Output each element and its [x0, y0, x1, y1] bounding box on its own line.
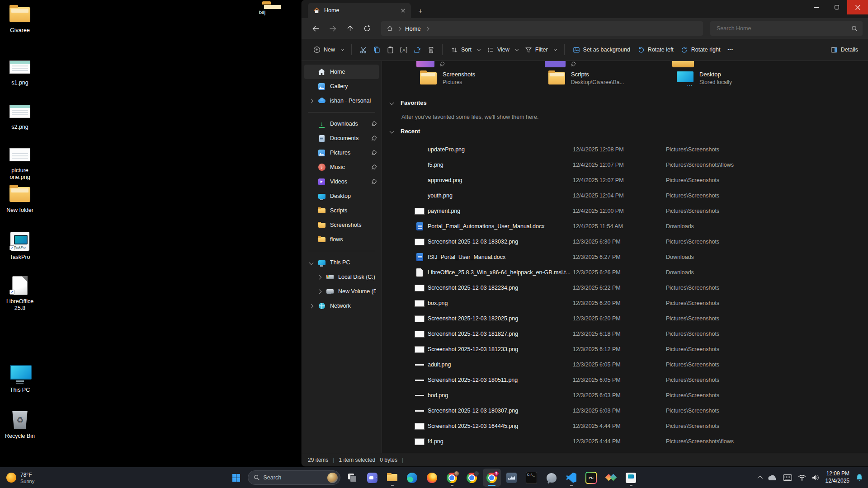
desktop-icon[interactable]: ↗ LibreOffice 25.8: [0, 276, 40, 312]
up-button[interactable]: [342, 22, 358, 35]
sidebar-item[interactable]: Gallery: [304, 79, 379, 94]
taskbar-search[interactable]: Search: [248, 470, 340, 485]
taskbar-app[interactable]: [562, 469, 580, 487]
weather-widget[interactable]: 78°F Sunny: [6, 472, 34, 484]
sidebar-item[interactable]: Local Disk (C:): [304, 270, 379, 284]
wifi-icon[interactable]: [798, 474, 806, 481]
taskbar-app[interactable]: [383, 469, 401, 487]
hidden-icons-chevron-icon[interactable]: [757, 476, 762, 481]
file-row[interactable]: Screenshot 2025-12-03 180307.png 12/3/20…: [382, 403, 868, 418]
file-row[interactable]: Screenshot 2025-12-03 164445.png 12/3/20…: [382, 418, 868, 434]
new-button[interactable]: New: [310, 43, 347, 56]
recent-section-header[interactable]: Recent: [390, 128, 420, 135]
back-button[interactable]: [308, 22, 323, 35]
share-button[interactable]: [410, 43, 424, 56]
desktop-icon[interactable]: picture one.png: [0, 145, 40, 181]
favorites-section-header[interactable]: Favorites: [390, 99, 427, 106]
more-options-button[interactable]: •••: [724, 45, 736, 55]
view-button[interactable]: View: [483, 44, 521, 56]
taskbar-app[interactable]: [463, 469, 481, 487]
file-row[interactable]: LibreOffice_25.8.3_Win_x86-64_helppack_e…: [382, 265, 868, 280]
desktop-icon[interactable]: s1.png: [0, 57, 40, 86]
file-row[interactable]: ISIJ_Portal_User_Manual.docx 12/3/2025 6…: [382, 249, 868, 265]
sidebar-item[interactable]: Videos: [304, 174, 379, 189]
tab-close-icon[interactable]: [399, 7, 406, 14]
taskbar-app[interactable]: [344, 469, 362, 487]
file-row[interactable]: Portal_Email_Automations_User_Manual.doc…: [382, 219, 868, 234]
rotate-left-button[interactable]: Rotate left: [634, 44, 677, 56]
volume-icon[interactable]: [812, 474, 820, 481]
sidebar-item[interactable]: This PC: [304, 255, 379, 270]
clock[interactable]: 12:09 PM 12/4/2025: [826, 470, 849, 484]
search-highlight-image[interactable]: [327, 473, 338, 483]
taskbar-app[interactable]: [622, 469, 640, 487]
sidebar-item[interactable]: Home: [304, 65, 379, 79]
taskbar-app[interactable]: [523, 469, 541, 487]
new-tab-button[interactable]: +: [415, 5, 426, 16]
sort-button[interactable]: Sort: [447, 44, 483, 56]
file-row[interactable]: approved.png 12/4/2025 12:07 PM Pictures…: [382, 173, 868, 188]
file-row[interactable]: box.png 12/3/2025 6:20 PM Pictures\Scree…: [382, 296, 868, 311]
taskbar-app[interactable]: [602, 469, 620, 487]
refresh-button[interactable]: [359, 22, 375, 35]
expand-chevron-icon[interactable]: [317, 289, 321, 294]
file-row[interactable]: Screenshot 2025-12-03 182234.png 12/3/20…: [382, 280, 868, 296]
copy-button[interactable]: [370, 43, 383, 56]
breadcrumb-root[interactable]: Home: [405, 25, 421, 32]
file-row[interactable]: Screenshot 2025-12-03 183032.png 12/3/20…: [382, 234, 868, 249]
details-button[interactable]: Details: [827, 44, 862, 56]
collapse-chevron-icon[interactable]: [390, 101, 394, 105]
quick-access-tile[interactable]: Scripts Desktop\Givaree\Ba...: [545, 69, 673, 87]
search-box[interactable]: [710, 21, 863, 36]
sidebar-item[interactable]: Scripts: [304, 203, 379, 218]
desktop-icon[interactable]: s2.png: [0, 101, 40, 131]
file-row[interactable]: payment.png 12/4/2025 12:00 PM Pictures\…: [382, 203, 868, 219]
cut-button[interactable]: [356, 43, 370, 56]
close-button[interactable]: [847, 0, 868, 14]
sidebar-item[interactable]: New Volume (D:): [304, 284, 379, 299]
taskbar-app[interactable]: S: [483, 469, 501, 487]
sidebar-item[interactable]: ishan - Personal: [304, 94, 379, 108]
file-row[interactable]: Screenshot 2025-12-03 180511.png 12/3/20…: [382, 372, 868, 388]
desktop-icon-isij[interactable]: isij: [246, 4, 278, 15]
taskbar-app[interactable]: [363, 469, 382, 487]
onedrive-icon[interactable]: [767, 474, 777, 481]
quick-access-tile[interactable]: Screenshots Pictures: [416, 69, 545, 87]
file-row[interactable]: adult.png 12/3/2025 6:05 PM Pictures\Scr…: [382, 357, 868, 372]
sidebar-item[interactable]: Screenshots: [304, 218, 379, 232]
file-row[interactable]: updatePro.png 12/4/2025 12:08 PM Picture…: [382, 142, 868, 157]
sidebar-item[interactable]: flows: [304, 232, 379, 247]
file-row[interactable]: youth.png 12/4/2025 12:04 PM Pictures\Sc…: [382, 188, 868, 203]
desktop-icon[interactable]: Recycle Bin: [0, 410, 40, 440]
taskbar-app[interactable]: [403, 469, 421, 487]
file-row[interactable]: bod.png 12/3/2025 6:03 PM Pictures\Scree…: [382, 388, 868, 403]
delete-button[interactable]: [424, 43, 438, 56]
file-row[interactable]: Screenshot 2025-12-03 181827.png 12/3/20…: [382, 326, 868, 342]
forward-button[interactable]: [325, 22, 340, 35]
expand-chevron-icon[interactable]: [317, 275, 321, 279]
rotate-right-button[interactable]: Rotate right: [677, 44, 724, 56]
desktop-icon[interactable]: ↗ TaskPro: [0, 231, 40, 261]
file-row[interactable]: f4.png 12/3/2025 4:44 PM Pictures\Screen…: [382, 434, 868, 449]
tab-home[interactable]: Home: [308, 3, 411, 18]
touch-keyboard-icon[interactable]: [783, 474, 792, 481]
sidebar-item[interactable]: Network: [304, 299, 379, 313]
maximize-button[interactable]: [826, 0, 847, 14]
address-bar[interactable]: Home: [381, 21, 703, 36]
sidebar-item[interactable]: Documents: [304, 131, 379, 145]
sidebar-item[interactable]: Desktop: [304, 189, 379, 203]
desktop-icon[interactable]: Givaree: [0, 5, 40, 34]
sidebar-item[interactable]: Music: [304, 160, 379, 174]
collapse-chevron-icon[interactable]: [390, 129, 394, 134]
sidebar-item[interactable]: Pictures: [304, 145, 379, 160]
sidebar-item[interactable]: Downloads: [304, 117, 379, 131]
file-row[interactable]: Screenshot 2025-12-03 182025.png 12/3/20…: [382, 311, 868, 326]
notification-bell-icon[interactable]: [855, 474, 863, 482]
taskbar-app[interactable]: [443, 469, 461, 487]
taskbar-app[interactable]: [582, 469, 600, 487]
file-row[interactable]: Screenshot 2025-12-03 181233.png 12/3/20…: [382, 342, 868, 357]
quick-access-tile[interactable]: Desktop Stored locally: [673, 69, 802, 87]
rename-button[interactable]: A: [397, 43, 410, 56]
expand-chevron-icon[interactable]: [309, 304, 313, 308]
filter-button[interactable]: Filter: [521, 44, 560, 56]
